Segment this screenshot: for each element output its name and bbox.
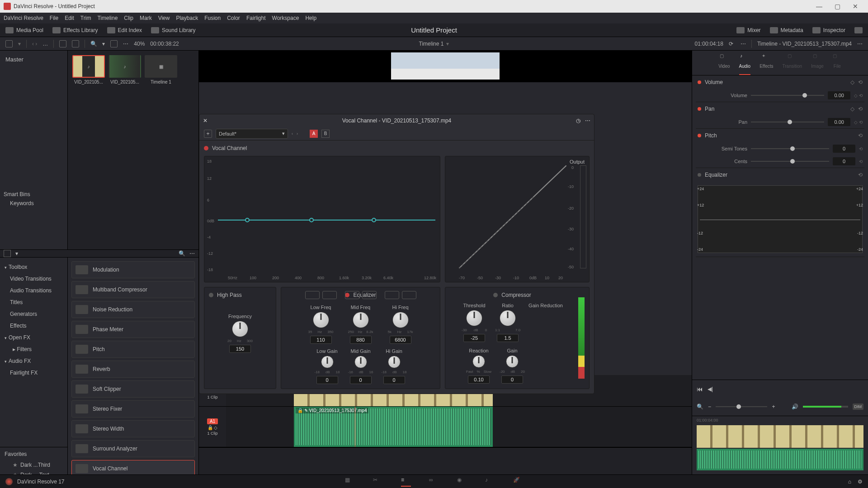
tab-effects[interactable]: ✦Effects [760,53,773,75]
clock-icon[interactable]: ◷ [576,117,580,124]
fx-view-icon[interactable] [4,250,11,257]
preset-dropdown[interactable]: Default*▾ [216,129,288,139]
timeline-dropdown[interactable]: Timeline 1 [419,41,444,47]
page-fusion[interactable]: ∞ [429,477,439,487]
zoom-level[interactable]: 40% [134,41,145,47]
master-volume-slider[interactable] [803,406,848,408]
more-icon[interactable]: ⋯ [585,117,590,124]
fx-category[interactable]: Titles [0,296,67,308]
smart-bins-label[interactable]: Smart Bins [4,191,64,197]
menu-item[interactable]: Help [305,15,316,21]
cents-slider[interactable] [751,161,829,162]
menu-item[interactable]: Trim [80,15,91,21]
add-preset-button[interactable]: + [204,130,212,138]
ab-b-button[interactable]: B [321,130,330,138]
comp-gain-knob[interactable] [506,355,519,368]
zoom-out-icon[interactable]: 🔍 [697,404,703,410]
menu-item[interactable]: Mark [140,15,152,21]
effects-library-toggle[interactable]: Effects Library [52,27,98,33]
fx-item[interactable]: Soft Clipper [71,380,195,398]
low-bell-icon[interactable] [322,291,337,299]
hi-bell-icon[interactable] [385,291,399,299]
step-back-icon[interactable]: ◀| [708,386,713,392]
sort-icon[interactable] [110,40,118,47]
menu-item[interactable]: Playback [176,15,198,21]
list-view-icon[interactable] [72,40,79,47]
prev-clip-icon[interactable]: ⏮ [697,385,703,393]
page-edit[interactable]: ≡ [401,477,411,487]
page-fairlight[interactable]: ♪ [485,477,495,487]
menu-item[interactable]: Timeline [97,15,118,21]
search-icon[interactable]: 🔍 [90,41,97,47]
maximize-button[interactable]: ▢ [828,0,846,13]
menu-item[interactable]: Fusion [204,15,221,21]
pitch-section[interactable]: Pitch [705,132,717,139]
compressor-graph[interactable]: Output 0 -10 -20 -30 -40 -50 -70 -50 -30… [445,156,590,282]
hp-frequency-value[interactable]: 150 [229,345,251,353]
ab-a-button[interactable]: A [310,130,318,138]
mid-gain-knob[interactable] [354,356,367,368]
menu-item[interactable]: DaVinci Resolve [4,15,43,21]
mid-bell-icon[interactable] [345,291,359,299]
expand-icon[interactable] [854,27,863,33]
edit-index-toggle[interactable]: Edit Index [107,27,142,33]
reaction-knob[interactable] [472,355,485,368]
timeline-zoom-slider[interactable] [716,406,767,407]
menu-item[interactable]: File [50,15,58,21]
timeline-viewer[interactable] [199,51,692,82]
next-preset[interactable]: › [297,131,298,136]
loop-icon[interactable]: ⟳ [729,41,735,47]
eq-node-mid[interactable] [309,218,314,222]
volume-slider[interactable] [751,95,824,96]
close-button[interactable]: ✕ [846,0,864,13]
tab-image[interactable]: ▢Image [811,53,824,75]
bin-view-icon[interactable] [5,40,13,47]
fx-item[interactable]: Pitch [71,341,195,358]
low-gain-knob[interactable] [321,356,334,368]
home-icon[interactable]: ⌂ [848,479,851,485]
fx-category[interactable]: Effects [0,320,67,332]
low-shelf-icon[interactable] [305,291,320,299]
fx-search-icon[interactable]: 🔍 [179,250,185,257]
playhead[interactable] [355,407,355,447]
fx-category[interactable]: Audio FX [0,355,67,367]
fx-item[interactable]: Phase Meter [71,321,195,338]
close-icon[interactable]: ✕ [203,117,208,124]
hi-freq-knob[interactable] [392,312,409,328]
mid-notch-icon[interactable] [362,291,377,299]
ratio-knob[interactable] [500,310,516,326]
sound-library-toggle[interactable]: Sound Library [151,27,196,33]
fx-category[interactable]: Toolbox [0,261,67,273]
fx-item[interactable]: Reverb [71,361,195,378]
tab-file[interactable]: ▢File [833,53,842,75]
fx-category[interactable]: Generators [0,308,67,320]
volume-icon[interactable]: 🔊 [792,404,798,410]
low-freq-knob[interactable] [313,312,329,328]
metadata-toggle[interactable]: Metadata [770,27,803,33]
prev-preset[interactable]: ‹ [292,131,293,136]
page-deliver[interactable]: 🚀 [513,477,523,487]
pan-section[interactable]: Pan [705,106,714,112]
media-clip[interactable]: ♪VID_202105... [108,55,141,84]
timeline-audio-strip[interactable] [697,449,863,470]
fx-category[interactable]: Open FX [0,332,67,343]
master-bin[interactable]: Master [4,54,64,65]
volume-section[interactable]: Volume [705,79,723,85]
fx-category[interactable]: Fairlight FX [0,367,67,379]
mixer-toggle[interactable]: Mixer [736,27,760,33]
hp-frequency-knob[interactable] [232,321,248,337]
page-color[interactable]: ◉ [457,477,467,487]
threshold-knob[interactable] [466,310,482,326]
fx-item[interactable]: Stereo Width [71,420,195,437]
fx-item[interactable]: Noise Reduction [71,301,195,318]
favorite-item[interactable]: ★Dark ...Third [5,460,63,470]
fx-item[interactable]: Multiband Compressor [71,281,195,298]
audio-clip[interactable]: 🔒 ✎ VID_20210513_175307.mp4 [294,407,493,447]
fx-category[interactable]: Video Transitions [0,273,67,285]
page-media[interactable]: ▦ [345,477,355,487]
reset-icon[interactable]: ⟲ [858,79,863,85]
media-pool-toggle[interactable]: Media Pool [5,27,43,33]
keyframe-icon[interactable]: ◇ [850,79,854,85]
a1-badge[interactable]: A1 [207,418,218,424]
eq-node-hi[interactable] [372,218,376,222]
